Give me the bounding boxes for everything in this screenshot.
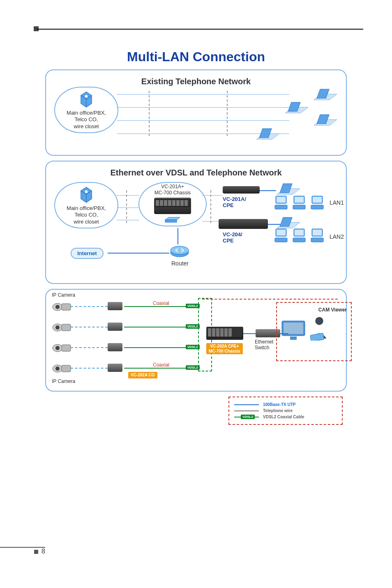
svg-point-50: [55, 305, 60, 309]
legend-vdsl-row: VDSL2 VDSL2 Coaxial Cable: [234, 415, 337, 419]
splice-1-p2: [126, 190, 127, 223]
tel-line-p2-1: [117, 195, 139, 196]
pbx-icon: [77, 90, 95, 108]
svg-rect-24: [165, 220, 177, 222]
legend-vdsl-label: VDSL2 Coaxial Cable: [263, 415, 304, 419]
internet-label: Internet: [71, 248, 104, 259]
pc-group-lan2: [274, 227, 327, 245]
panel2-title: Ethernet over VDSL and Telephone Network: [53, 168, 339, 178]
main-office-node-p2: Main office/PBX, Telco CO, wire closet: [54, 182, 118, 228]
svg-rect-70: [290, 337, 297, 340]
vc202a-co-tag: VC-202A CO: [128, 372, 157, 378]
vdsl-line-2: [124, 327, 194, 327]
camera-icon: [52, 341, 71, 354]
vdsl-line-3: [124, 347, 194, 348]
svg-rect-43: [293, 238, 305, 242]
tel-line-p2-3: [117, 220, 139, 220]
svg-rect-22: [184, 200, 188, 206]
svg-rect-62: [208, 328, 211, 337]
main-office-node-p1: Main office/PBX, Telco CO, wire closet: [54, 87, 118, 133]
svg-rect-40: [275, 238, 287, 242]
svg-point-48: [171, 246, 189, 254]
pc-icon: [310, 205, 327, 212]
vdsl2-badge-4: VDSL2: [186, 365, 200, 370]
vc204-cpe-device: [219, 219, 268, 229]
camera-icon: [52, 300, 71, 313]
svg-rect-19: [172, 200, 175, 206]
tel-line-2: [117, 107, 289, 108]
svg-point-56: [55, 346, 60, 350]
svg-rect-46: [311, 238, 323, 242]
svg-rect-15: [156, 200, 159, 206]
svg-rect-28: [277, 197, 286, 203]
svg-rect-39: [277, 230, 286, 235]
svg-point-53: [55, 325, 60, 330]
svg-rect-66: [224, 328, 228, 337]
svg-rect-65: [220, 328, 224, 337]
coax-line-4: [71, 368, 108, 369]
svg-point-2: [85, 95, 88, 98]
panel-coax-camera: IP Camera IP Camera Coaxial VDSL2 VDSL2 …: [45, 289, 347, 392]
building-icon-1: [313, 86, 338, 102]
svg-rect-54: [62, 324, 71, 331]
svg-rect-35: [311, 205, 323, 209]
tel-line-3: [117, 120, 289, 121]
legend-box: 100Base-TX UTP Telephone wire VDSL2 VDSL…: [228, 397, 343, 425]
pc-icon: [274, 238, 291, 245]
camera-icon: [52, 362, 71, 374]
panel-ethernet-over-vdsl: Ethernet over VDSL and Telephone Network…: [45, 161, 347, 284]
svg-rect-51: [62, 304, 71, 310]
svg-rect-69: [284, 323, 303, 334]
building-icon-2: [284, 99, 309, 115]
coax-line-3: [71, 347, 108, 348]
vc202a-cpe-tag: VC-202A CPE+ MC-700 Chassis: [206, 343, 243, 354]
legend-tel-line: [234, 410, 259, 411]
page-footer-marker: [34, 550, 38, 554]
ipcam-top-label: IP Camera: [52, 292, 75, 298]
vc201a-cpe-label: VC-201A/ CPE: [223, 196, 246, 208]
svg-rect-67: [228, 328, 232, 337]
router-to-chassis-line: [178, 228, 178, 244]
ipcam-bot-label: IP Camera: [52, 378, 75, 384]
pbx-icon-p2: [77, 185, 95, 203]
vdsl2-badge-3: VDSL2: [186, 345, 200, 349]
vc202a-cpe-chassis: [206, 327, 243, 340]
panel1-title: Existing Telephone Network: [53, 77, 339, 86]
vdsl2-badge-2: VDSL2: [186, 324, 200, 329]
vc202a-co-box-4: [108, 364, 122, 372]
legend-utp-row: 100Base-TX UTP: [234, 402, 337, 407]
coax-label-1: Coaxial: [153, 300, 169, 306]
vdsl2-badge-1: VDSL2: [186, 304, 200, 308]
svg-rect-17: [164, 200, 167, 206]
splice-2-p2: [210, 190, 211, 223]
internet-cloud: Internet: [71, 248, 104, 259]
legend-vdsl2-badge: VDSL2: [241, 415, 255, 419]
vdsl-line-4: [124, 368, 194, 369]
cam-viewer-box: CAM Viewer: [276, 302, 352, 361]
vc202a-co-box-1: [108, 302, 122, 310]
building-icon-3: [313, 111, 338, 128]
vc202a-co-box-2: [108, 323, 122, 331]
svg-rect-18: [168, 200, 171, 206]
coax-line-1: [71, 306, 108, 307]
svg-rect-57: [62, 345, 71, 351]
legend-tel-row: Telephone wire: [234, 408, 337, 413]
svg-point-71: [315, 317, 323, 325]
vc204-cpe-label: VC-204/ CPE: [223, 231, 242, 244]
pc-icon: [292, 205, 309, 212]
coax-line-2: [71, 327, 108, 327]
svg-point-13: [85, 190, 88, 193]
router-link-icon: [164, 216, 181, 223]
svg-rect-64: [216, 328, 219, 337]
vdsl-line-1: [124, 306, 194, 307]
splice-2-p1: [227, 91, 228, 136]
vc201a-chassis-node: VC-201A+ MC-700 Chassis: [138, 182, 207, 226]
monitor-icon: [281, 320, 306, 341]
splice-1-p1: [149, 91, 150, 136]
utp-line-lan2: [268, 224, 280, 225]
tel-line-p2-4: [202, 195, 223, 196]
svg-rect-34: [313, 197, 322, 203]
page-footer: 8: [0, 547, 45, 555]
panel-existing-telephone: Existing Telephone Network Main office/P…: [45, 69, 347, 156]
svg-rect-21: [180, 200, 184, 206]
